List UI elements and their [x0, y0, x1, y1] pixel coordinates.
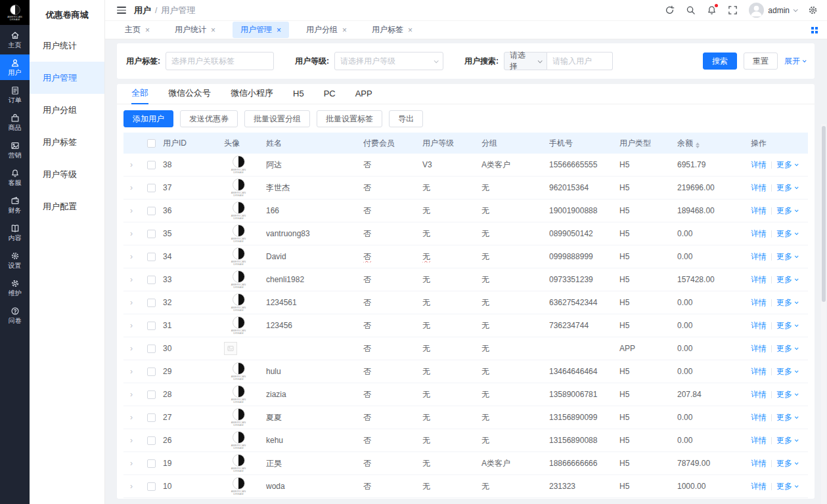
search-button[interactable]: 搜索 — [703, 52, 737, 70]
user-level-select[interactable]: 请选择用户等级 — [334, 52, 443, 70]
column-header[interactable]: 姓名 — [266, 138, 363, 149]
row-expand-icon[interactable]: › — [123, 459, 143, 468]
column-header[interactable]: 用户类型 — [619, 138, 677, 149]
close-icon[interactable]: × — [145, 27, 150, 33]
row-checkbox[interactable] — [147, 436, 156, 445]
detail-link[interactable]: 详情 — [751, 228, 767, 240]
detail-link[interactable]: 详情 — [751, 274, 767, 285]
channel-subtab[interactable]: 微信小程序 — [231, 84, 273, 104]
expand-button[interactable]: 展开 — [784, 56, 805, 67]
rail-item-maintain[interactable]: 维护 — [0, 275, 30, 301]
more-link[interactable]: 更多 — [776, 251, 797, 262]
row-expand-icon[interactable]: › — [123, 298, 143, 307]
rail-item-user[interactable]: 用户 — [0, 54, 30, 80]
tab[interactable]: 用户统计 × — [167, 22, 223, 38]
user-search-type-select[interactable]: 请选择 — [504, 52, 547, 70]
detail-link[interactable]: 详情 — [751, 458, 767, 469]
row-expand-icon[interactable]: › — [123, 206, 143, 215]
select-all-checkbox[interactable] — [147, 139, 156, 148]
row-expand-icon[interactable]: › — [123, 252, 143, 261]
submenu-item[interactable]: 用户配置 — [30, 190, 104, 222]
search-icon[interactable] — [686, 5, 696, 15]
scrollbar-thumb[interactable] — [822, 126, 826, 302]
row-checkbox[interactable] — [147, 299, 156, 307]
column-header[interactable]: 头像 — [219, 138, 266, 149]
detail-link[interactable]: 详情 — [751, 366, 767, 377]
row-checkbox[interactable] — [147, 482, 156, 491]
row-expand-icon[interactable]: › — [123, 183, 143, 192]
column-header[interactable]: 付费会员 — [363, 138, 422, 149]
row-expand-icon[interactable]: › — [123, 367, 143, 376]
breadcrumb-section[interactable]: 用户 — [134, 5, 151, 16]
detail-link[interactable]: 详情 — [751, 205, 767, 217]
more-link[interactable]: 更多 — [776, 481, 797, 492]
submenu-item[interactable]: 用户等级 — [30, 158, 104, 190]
action-button[interactable]: 添加用户 — [123, 110, 173, 127]
brand-logo[interactable]: AMERICAN DREAM — [0, 0, 30, 25]
rail-item-contentbook[interactable]: 内容 — [0, 220, 30, 245]
row-expand-icon[interactable]: › — [123, 321, 143, 330]
column-header[interactable]: 用户等级 — [422, 138, 481, 149]
detail-link[interactable]: 详情 — [751, 159, 767, 171]
refresh-icon[interactable] — [665, 5, 675, 15]
rail-item-goods[interactable]: 商品 — [0, 110, 30, 135]
user-search-input[interactable] — [547, 52, 613, 70]
row-checkbox[interactable] — [147, 253, 156, 261]
more-link[interactable]: 更多 — [776, 228, 797, 240]
submenu-item[interactable]: 用户统计 — [30, 30, 104, 62]
rail-item-finance[interactable]: 财务 — [0, 192, 30, 218]
tab[interactable]: 用户标签 × — [364, 22, 420, 38]
row-expand-icon[interactable]: › — [123, 344, 143, 353]
row-expand-icon[interactable]: › — [123, 229, 143, 238]
reset-button[interactable]: 重置 — [744, 52, 778, 70]
more-link[interactable]: 更多 — [776, 343, 797, 354]
row-expand-icon[interactable]: › — [123, 390, 143, 399]
row-expand-icon[interactable]: › — [123, 482, 143, 491]
tab[interactable]: 主页 × — [117, 22, 158, 38]
more-link[interactable]: 更多 — [776, 159, 797, 171]
row-checkbox[interactable] — [147, 207, 156, 215]
detail-link[interactable]: 详情 — [751, 343, 767, 354]
rail-item-service[interactable]: 客服 — [0, 165, 30, 190]
action-button[interactable]: 导出 — [389, 110, 423, 127]
channel-subtab[interactable]: 全部 — [131, 84, 148, 104]
row-checkbox[interactable] — [147, 184, 156, 192]
detail-link[interactable]: 详情 — [751, 297, 767, 308]
more-link[interactable]: 更多 — [776, 412, 797, 423]
more-link[interactable]: 更多 — [776, 297, 797, 308]
channel-subtab[interactable]: APP — [355, 84, 372, 104]
column-header[interactable]: 余额 — [677, 138, 751, 149]
submenu-item[interactable]: 用户分组 — [30, 94, 104, 126]
tab-options-grid-icon[interactable] — [811, 27, 818, 33]
fullscreen-icon[interactable] — [728, 5, 738, 15]
notification-bell-icon[interactable] — [707, 5, 717, 15]
collapse-menu-icon[interactable] — [117, 7, 126, 14]
action-button[interactable]: 发送优惠券 — [180, 110, 238, 127]
row-checkbox[interactable] — [147, 390, 156, 399]
close-icon[interactable]: × — [211, 27, 215, 33]
close-icon[interactable]: × — [408, 27, 413, 33]
channel-subtab[interactable]: 微信公众号 — [168, 84, 211, 104]
more-link[interactable]: 更多 — [776, 389, 797, 400]
more-link[interactable]: 更多 — [776, 435, 797, 446]
row-checkbox[interactable] — [147, 276, 156, 284]
detail-link[interactable]: 详情 — [751, 435, 767, 446]
row-checkbox[interactable] — [147, 322, 156, 330]
rail-item-settings[interactable]: 设置 — [0, 247, 30, 273]
submenu-item[interactable]: 用户管理 — [30, 62, 104, 94]
rail-item-home[interactable]: 主页 — [0, 27, 30, 52]
column-header[interactable]: 手机号 — [549, 138, 619, 149]
gear-icon[interactable] — [808, 5, 818, 15]
detail-link[interactable]: 详情 — [751, 182, 767, 194]
more-link[interactable]: 更多 — [776, 366, 797, 377]
column-header[interactable]: 分组 — [481, 138, 549, 149]
channel-subtab[interactable]: H5 — [293, 84, 304, 104]
user-tag-input[interactable] — [166, 52, 274, 70]
more-link[interactable]: 更多 — [776, 320, 797, 331]
submenu-item[interactable]: 用户标签 — [30, 126, 104, 158]
row-expand-icon[interactable]: › — [123, 275, 143, 284]
row-expand-icon[interactable]: › — [123, 413, 143, 422]
admin-menu[interactable]: admin — [749, 3, 797, 18]
row-checkbox[interactable] — [147, 459, 156, 468]
channel-subtab[interactable]: PC — [324, 84, 336, 104]
